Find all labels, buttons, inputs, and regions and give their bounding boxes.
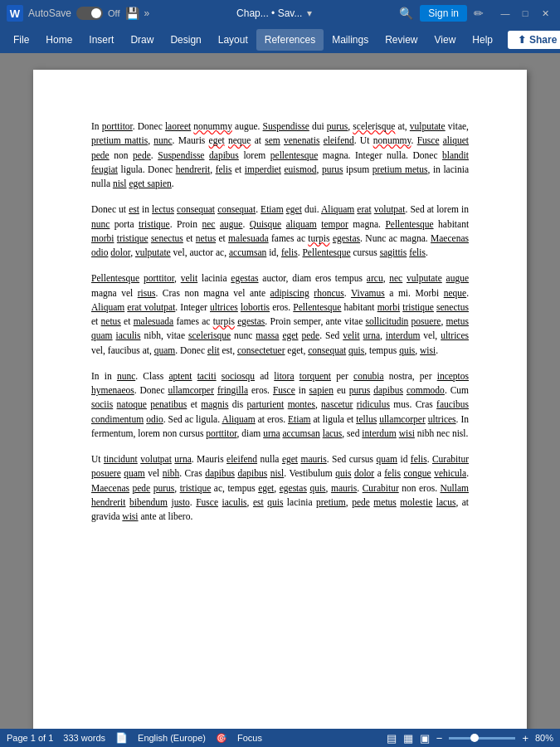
ribbon-menu: File Home Insert Draw Design Layout Refe… bbox=[0, 27, 560, 53]
menu-item-insert[interactable]: Insert bbox=[80, 29, 122, 51]
zoom-slider-container bbox=[449, 737, 515, 740]
title-bar-center: Chap... • Sav... ▾ bbox=[149, 7, 399, 19]
title-bar: W AutoSave Off 💾 » Chap... • Sav... ▾ 🔍 … bbox=[0, 0, 560, 27]
toggle-state: Off bbox=[108, 8, 119, 18]
menu-item-home[interactable]: Home bbox=[37, 29, 80, 51]
paragraph-1: In porttitor. Donec laoreet nonummy augu… bbox=[91, 120, 469, 191]
zoom-slider[interactable] bbox=[449, 737, 515, 740]
more-commands-icon[interactable]: » bbox=[144, 7, 150, 19]
layout-icon-1[interactable]: ▤ bbox=[387, 732, 397, 745]
paragraph-2: Donec ut est in lectus consequat consequ… bbox=[91, 203, 469, 260]
zoom-minus-icon[interactable]: − bbox=[436, 732, 443, 745]
paragraph-3: Pellentesque porttitor, velit lacinia eg… bbox=[91, 271, 469, 358]
menu-item-references[interactable]: References bbox=[256, 29, 324, 51]
save-icon[interactable]: 💾 bbox=[125, 7, 139, 20]
menu-item-review[interactable]: Review bbox=[377, 29, 426, 51]
title-dropdown-arrow[interactable]: ▾ bbox=[307, 7, 312, 19]
document-area: In porttitor. Donec laoreet nonummy augu… bbox=[0, 53, 560, 729]
status-bar-right: ▤ ▦ ▣ − + 80% bbox=[387, 732, 553, 745]
doc-title: Chap... • Sav... bbox=[236, 7, 302, 19]
layout-icon-3[interactable]: ▣ bbox=[420, 732, 430, 745]
word-icon: W bbox=[7, 5, 23, 22]
window-controls: — □ ✕ bbox=[497, 5, 553, 22]
minimize-button[interactable]: — bbox=[497, 5, 514, 22]
share-label: Share bbox=[529, 34, 557, 46]
zoom-plus-icon[interactable]: + bbox=[522, 732, 528, 745]
search-icon[interactable]: 🔍 bbox=[399, 7, 413, 20]
sign-in-button[interactable]: Sign in bbox=[420, 5, 467, 22]
word-count: 333 words bbox=[63, 733, 105, 743]
menu-item-design[interactable]: Design bbox=[162, 29, 209, 51]
menu-item-help[interactable]: Help bbox=[464, 29, 501, 51]
page-info: Page 1 of 1 bbox=[7, 733, 53, 743]
menu-item-file[interactable]: File bbox=[5, 29, 37, 51]
autosave-label: AutoSave bbox=[28, 7, 71, 19]
menu-item-draw[interactable]: Draw bbox=[122, 29, 162, 51]
language[interactable]: English (Europe) bbox=[138, 733, 206, 743]
share-button[interactable]: ⬆ Share ▾ bbox=[508, 31, 560, 49]
status-bar: Page 1 of 1 333 words 📄 English (Europe)… bbox=[0, 729, 560, 747]
layout-icon-2[interactable]: ▦ bbox=[403, 732, 413, 745]
document-page[interactable]: In porttitor. Donec laoreet nonummy augu… bbox=[33, 70, 527, 729]
proofing-icon[interactable]: 📄 bbox=[115, 732, 128, 744]
title-bar-left: W AutoSave Off 💾 » bbox=[7, 5, 149, 22]
share-icon: ⬆ bbox=[518, 34, 526, 46]
close-button[interactable]: ✕ bbox=[537, 5, 553, 22]
zoom-level: 80% bbox=[535, 733, 553, 743]
menu-item-view[interactable]: View bbox=[426, 29, 465, 51]
autosave-toggle[interactable] bbox=[76, 7, 103, 20]
menu-item-layout[interactable]: Layout bbox=[210, 29, 256, 51]
toggle-knob bbox=[91, 8, 101, 18]
focus-icon[interactable]: 🎯 bbox=[216, 733, 227, 744]
maximize-button[interactable]: □ bbox=[517, 5, 533, 22]
paragraph-4: In in nunc. Class aptent taciti sociosqu… bbox=[91, 369, 469, 441]
focus-label[interactable]: Focus bbox=[237, 733, 262, 743]
pen-icon[interactable]: ✏ bbox=[474, 7, 484, 20]
menu-item-mailings[interactable]: Mailings bbox=[324, 29, 377, 51]
title-bar-right: 🔍 Sign in ✏ — □ ✕ bbox=[399, 5, 553, 22]
paragraph-5: Ut tincidunt volutpat urna. Mauris eleif… bbox=[91, 452, 469, 524]
